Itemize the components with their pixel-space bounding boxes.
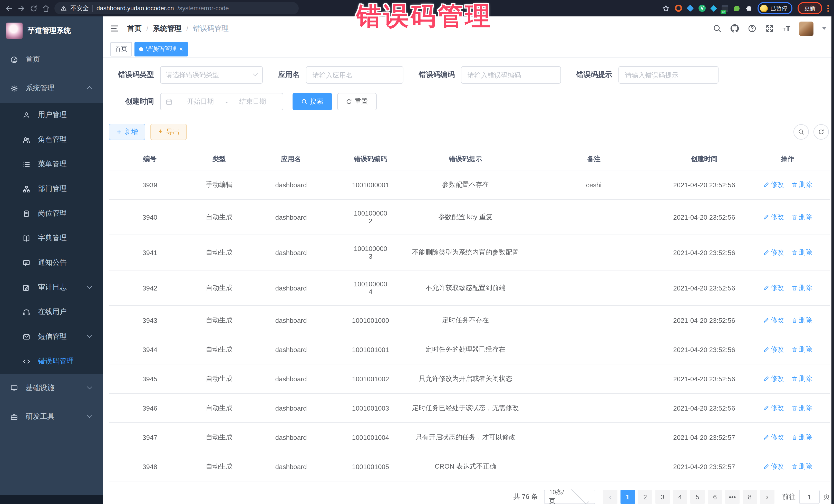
refresh-table-button[interactable] [813, 124, 829, 139]
edit-link[interactable]: 修改 [763, 283, 784, 292]
profile-paused-pill[interactable]: 已暂停 [758, 2, 792, 14]
tags-bar: 首页错误码管理× [103, 41, 834, 58]
delete-link[interactable]: 删除 [791, 180, 812, 190]
code-input[interactable] [461, 66, 561, 84]
reload-icon[interactable] [30, 4, 38, 12]
edit-link[interactable]: 修改 [763, 403, 784, 413]
cell-code: 1001001005 [335, 452, 407, 481]
reset-button[interactable]: 重置 [337, 93, 377, 110]
cell-message: 只允许修改为开启或者关闭状态 [407, 364, 525, 393]
sidebar-item-10[interactable]: 在线用户 [0, 300, 103, 324]
browser-update-button[interactable]: 更新 [797, 2, 822, 14]
home-icon[interactable] [42, 4, 50, 12]
next-page-button[interactable]: › [760, 490, 774, 504]
sidebar-item-label: 用户管理 [38, 110, 67, 119]
font-size-icon[interactable]: TT [783, 24, 790, 33]
sidebar-item-9[interactable]: 审计日志 [0, 275, 103, 300]
sidebar-item-4[interactable]: 菜单管理 [0, 152, 103, 177]
tag-1[interactable]: 错误码管理× [134, 42, 188, 57]
sidebar-item-12[interactable]: 错误码管理 [0, 349, 103, 374]
app-input[interactable] [306, 66, 403, 84]
browser-menu-icon[interactable] [827, 5, 829, 12]
page-scrollbar[interactable] [831, 17, 834, 504]
cell-id: 3945 [109, 364, 191, 393]
delete-link[interactable]: 删除 [791, 403, 812, 413]
edit-link[interactable]: 修改 [763, 345, 784, 354]
page-button-4[interactable]: 4 [673, 490, 687, 504]
sidebar-item-2[interactable]: 用户管理 [0, 103, 103, 127]
cell-id: 3940 [109, 199, 191, 235]
add-button[interactable]: 新增 [109, 124, 145, 140]
delete-link[interactable]: 删除 [791, 462, 812, 471]
ext-puzzle-icon[interactable] [745, 5, 752, 12]
page-button-6[interactable]: 6 [708, 490, 722, 504]
breadcrumb-home[interactable]: 首页 [127, 24, 142, 34]
sidebar-item-6[interactable]: 岗位管理 [0, 201, 103, 226]
page-button-1[interactable]: 1 [620, 490, 635, 504]
ext-green-circle-icon[interactable]: V [699, 5, 706, 12]
goto-input[interactable] [799, 490, 820, 504]
ext-dark-list-icon[interactable]: on [722, 5, 728, 12]
app-label: 应用名 [278, 70, 300, 80]
pager-ellipsis[interactable]: ••• [725, 490, 740, 504]
sidebar-item-11[interactable]: 短信管理 [0, 324, 103, 349]
address-bar[interactable]: 不安全 dashboard.yudao.iocoder.cn/system/er… [54, 2, 299, 14]
forward-icon[interactable] [18, 4, 25, 12]
delete-link[interactable]: 删除 [791, 283, 812, 292]
export-button[interactable]: 导出 [150, 124, 187, 140]
delete-link[interactable]: 删除 [791, 248, 812, 257]
close-icon[interactable]: × [179, 46, 183, 52]
chevron-down-icon[interactable] [822, 27, 826, 32]
page-button-8[interactable]: 8 [743, 490, 757, 504]
message-input[interactable] [618, 66, 719, 84]
ext-orange-ring-icon[interactable] [675, 5, 682, 12]
page-button-5[interactable]: 5 [690, 490, 705, 504]
date-range-picker[interactable]: 开始日期 - 结束日期 [160, 93, 283, 110]
sidebar-item-1[interactable]: 系统管理 [0, 74, 103, 103]
avatar[interactable] [799, 22, 813, 36]
delete-link[interactable]: 删除 [791, 433, 812, 442]
page-size-select[interactable]: 10条/页 [544, 490, 595, 504]
pencil-icon [763, 463, 769, 469]
sidebar-item-13[interactable]: 基础设施 [0, 374, 103, 402]
edit-link[interactable]: 修改 [763, 248, 784, 257]
sidebar-item-14[interactable]: 研发工具 [0, 402, 103, 431]
url-path: /system/error-code [178, 5, 229, 12]
edit-link[interactable]: 修改 [763, 433, 784, 442]
fullscreen-icon[interactable] [765, 24, 774, 33]
bookmark-star-icon[interactable] [662, 4, 670, 12]
search-button[interactable]: 搜索 [292, 93, 332, 110]
edit-link[interactable]: 修改 [763, 316, 784, 325]
toggle-search-button[interactable] [793, 124, 809, 139]
edit-link[interactable]: 修改 [763, 180, 784, 190]
page-button-3[interactable]: 3 [655, 490, 670, 504]
prev-page-button[interactable]: ‹ [603, 490, 617, 504]
delete-link[interactable]: 删除 [791, 345, 812, 354]
help-icon[interactable] [748, 24, 756, 33]
edit-link[interactable]: 修改 [763, 374, 784, 384]
type-select[interactable]: 请选择错误码类型 [160, 66, 263, 84]
cell-type: 自动生成 [191, 393, 247, 423]
search-icon[interactable] [712, 24, 721, 33]
sidebar-item-3[interactable]: 角色管理 [0, 127, 103, 152]
delete-link[interactable]: 删除 [791, 316, 812, 325]
hamburger-icon[interactable] [110, 24, 119, 33]
edit-link[interactable]: 修改 [763, 462, 784, 471]
sidebar-item-8[interactable]: 通知公告 [0, 250, 103, 275]
delete-link[interactable]: 删除 [791, 213, 812, 222]
ext-blue-diamond-icon[interactable] [710, 5, 717, 11]
breadcrumb-system[interactable]: 系统管理 [153, 24, 182, 34]
sidebar-item-7[interactable]: 字典管理 [0, 226, 103, 250]
cell-type: 自动生成 [191, 270, 247, 306]
app-logo[interactable]: 芋道管理系统 [0, 17, 103, 45]
github-icon[interactable] [730, 24, 739, 33]
sidebar-item-5[interactable]: 部门管理 [0, 177, 103, 201]
ext-blue-gem-icon[interactable] [687, 5, 694, 12]
ext-green-clip-icon[interactable] [734, 5, 740, 11]
tag-0[interactable]: 首页 [110, 42, 132, 57]
page-button-2[interactable]: 2 [638, 490, 652, 504]
delete-link[interactable]: 删除 [791, 374, 812, 384]
back-icon[interactable] [5, 4, 13, 12]
edit-link[interactable]: 修改 [763, 213, 784, 222]
sidebar-item-0[interactable]: 首页 [0, 45, 103, 74]
